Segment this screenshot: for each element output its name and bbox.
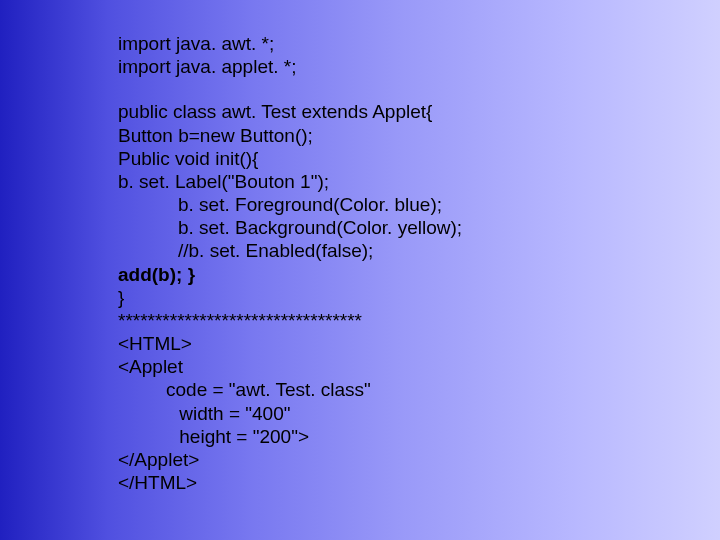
code-line: Public void init(){ <box>118 147 618 170</box>
code-line: ********************************* <box>118 309 618 332</box>
blank-line <box>118 78 618 100</box>
code-line: <HTML> <box>118 332 618 355</box>
code-line: width = "400" <box>118 402 618 425</box>
code-line: Button b=new Button(); <box>118 124 618 147</box>
code-line: height = "200"> <box>118 425 618 448</box>
code-line: b. set. Foreground(Color. blue); <box>118 193 618 216</box>
code-line: add(b); } <box>118 263 618 286</box>
code-line: <Applet <box>118 355 618 378</box>
code-line: b. set. Background(Color. yellow); <box>118 216 618 239</box>
code-line: import java. awt. *; <box>118 32 618 55</box>
code-slide: import java. awt. *; import java. applet… <box>0 0 618 494</box>
code-line: </Applet> <box>118 448 618 471</box>
code-line: </HTML> <box>118 471 618 494</box>
code-line: b. set. Label("Bouton 1"); <box>118 170 618 193</box>
code-line: } <box>118 286 618 309</box>
code-line: public class awt. Test extends Applet{ <box>118 100 618 123</box>
code-line: //b. set. Enabled(false); <box>118 239 618 262</box>
code-line: import java. applet. *; <box>118 55 618 78</box>
code-line: code = "awt. Test. class" <box>118 378 618 401</box>
